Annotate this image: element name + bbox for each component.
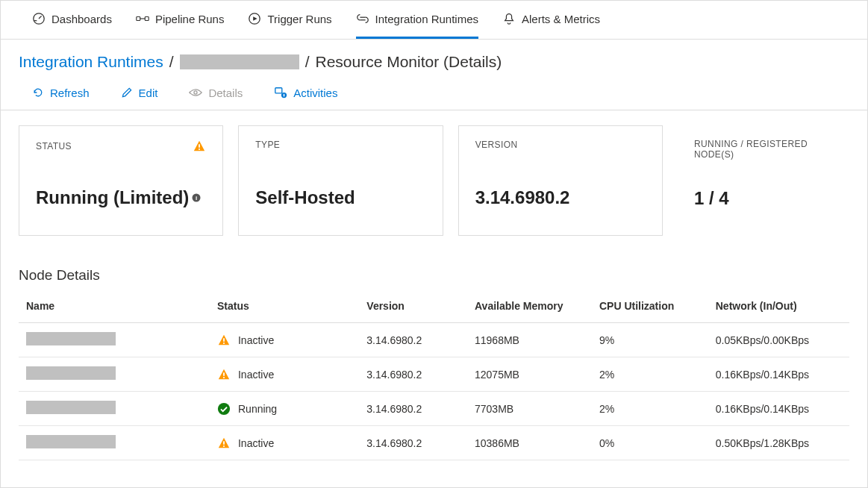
eye-icon [189, 88, 202, 97]
cell-version: 3.14.6980.2 [359, 392, 467, 426]
tab-label: Integration Runtimes [375, 13, 478, 25]
cell-version: 3.14.6980.2 [359, 426, 467, 460]
breadcrumb-sep: / [305, 53, 310, 71]
breadcrumb: Integration Runtimes / / Resource Monito… [1, 40, 867, 75]
tab-label: Pipeline Runs [155, 13, 225, 25]
svg-rect-8 [199, 148, 200, 150]
refresh-button[interactable]: Refresh [32, 87, 90, 99]
card-label: VERSION [475, 140, 518, 150]
col-network[interactable]: Network (In/Out) [708, 290, 849, 323]
status-text: Inactive [238, 437, 274, 449]
card-nodes: RUNNING / REGISTERED NODE(S) 1 / 4 [678, 125, 849, 236]
cell-network: 0.16KBps/0.14KBps [708, 357, 849, 392]
tab-label: Trigger Runs [267, 13, 331, 25]
svg-rect-1 [137, 17, 140, 21]
cell-cpu: 2% [592, 357, 708, 392]
cell-memory: 7703MB [467, 392, 592, 426]
cell-name [19, 323, 210, 357]
col-name[interactable]: Name [19, 290, 210, 323]
svg-rect-11 [223, 338, 225, 342]
cell-memory: 10386MB [467, 426, 592, 460]
tab-trigger-runs[interactable]: Trigger Runs [248, 1, 331, 39]
cell-name [19, 357, 210, 392]
table-row[interactable]: Inactive3.14.6980.212075MB2%0.16KBps/0.1… [19, 357, 849, 392]
svg-rect-13 [223, 372, 225, 376]
card-version: VERSION 3.14.6980.2 [458, 125, 663, 236]
cell-status: Inactive [210, 426, 359, 460]
breadcrumb-runtime-name [180, 54, 299, 69]
col-version[interactable]: Version [359, 290, 467, 323]
card-value: 1 / 4 [694, 188, 729, 209]
tab-label: Dashboards [51, 13, 112, 25]
toolbar-label: Activities [293, 87, 337, 99]
tab-alerts-metrics[interactable]: Alerts & Metrics [502, 1, 600, 39]
pencil-icon [121, 87, 133, 98]
edit-button[interactable]: Edit [121, 87, 158, 99]
activities-icon [274, 86, 287, 99]
col-cpu[interactable]: CPU Utilization [592, 290, 708, 323]
svg-rect-7 [199, 144, 200, 148]
tab-integration-runtimes[interactable]: Integration Runtimes [356, 1, 478, 39]
breadcrumb-root[interactable]: Integration Runtimes [19, 53, 163, 71]
cell-version: 3.14.6980.2 [359, 323, 467, 357]
node-name-redacted [26, 435, 116, 448]
status-text: Running [238, 403, 277, 415]
svg-text:i: i [196, 195, 197, 201]
svg-rect-2 [145, 17, 149, 21]
card-type: TYPE Self-Hosted [238, 125, 443, 236]
cell-memory: 11968MB [467, 323, 592, 357]
breadcrumb-leaf: Resource Monitor (Details) [315, 53, 502, 71]
card-value: Self-Hosted [255, 187, 355, 208]
status-text: Inactive [238, 369, 274, 381]
table-row[interactable]: Inactive3.14.6980.210386MB0%0.50KBps/1.2… [19, 426, 849, 460]
breadcrumb-sep: / [169, 53, 174, 71]
table-row[interactable]: Inactive3.14.6980.211968MB9%0.05KBps/0.0… [19, 323, 849, 357]
col-memory[interactable]: Available Memory [467, 290, 592, 323]
warning-icon [217, 437, 231, 450]
tab-dashboards[interactable]: Dashboards [32, 1, 112, 39]
check-icon [217, 402, 231, 416]
summary-cards: STATUS Running (Limited) i TYPE Self-Hos… [1, 110, 867, 251]
card-value: Running (Limited) [36, 187, 189, 208]
refresh-icon [32, 87, 44, 98]
cell-memory: 12075MB [467, 357, 592, 392]
activities-button[interactable]: Activities [274, 86, 337, 99]
cell-network: 0.16KBps/0.14KBps [708, 392, 849, 426]
col-status[interactable]: Status [210, 290, 359, 323]
cell-status: Running [210, 392, 359, 426]
toolbar-label: Refresh [50, 87, 90, 99]
cell-name [19, 392, 210, 426]
section-title: Node Details [1, 251, 867, 290]
cell-status: Inactive [210, 357, 359, 392]
warning-icon [193, 140, 206, 153]
cell-name [19, 426, 210, 460]
node-name-redacted [26, 366, 116, 380]
cell-version: 3.14.6980.2 [359, 357, 467, 392]
svg-rect-12 [223, 342, 225, 344]
table-row[interactable]: Running3.14.6980.27703MB2%0.16KBps/0.14K… [19, 392, 849, 426]
node-name-redacted [26, 401, 116, 414]
tab-pipeline-runs[interactable]: Pipeline Runs [136, 1, 225, 39]
cell-cpu: 9% [592, 323, 708, 357]
info-icon[interactable]: i [192, 193, 201, 202]
warning-icon [217, 334, 231, 347]
node-details-table: Name Status Version Available Memory CPU… [19, 290, 849, 460]
pipeline-icon [136, 12, 149, 25]
svg-rect-5 [275, 88, 282, 93]
details-button: Details [189, 87, 243, 99]
toolbar-label: Edit [139, 87, 158, 99]
card-label: STATUS [36, 141, 72, 151]
svg-rect-17 [223, 445, 225, 447]
status-text: Inactive [238, 334, 274, 346]
integration-icon [356, 12, 369, 25]
cell-cpu: 0% [592, 426, 708, 460]
dashboard-icon [32, 12, 46, 25]
cell-cpu: 2% [592, 392, 708, 426]
svg-rect-14 [223, 377, 225, 378]
cell-status: Inactive [210, 323, 359, 357]
play-icon [248, 12, 261, 25]
tab-label: Alerts & Metrics [522, 13, 600, 25]
card-value: 3.14.6980.2 [475, 187, 570, 208]
toolbar: Refresh Edit Details Activities [1, 75, 867, 110]
card-label: RUNNING / REGISTERED NODE(S) [694, 139, 833, 160]
